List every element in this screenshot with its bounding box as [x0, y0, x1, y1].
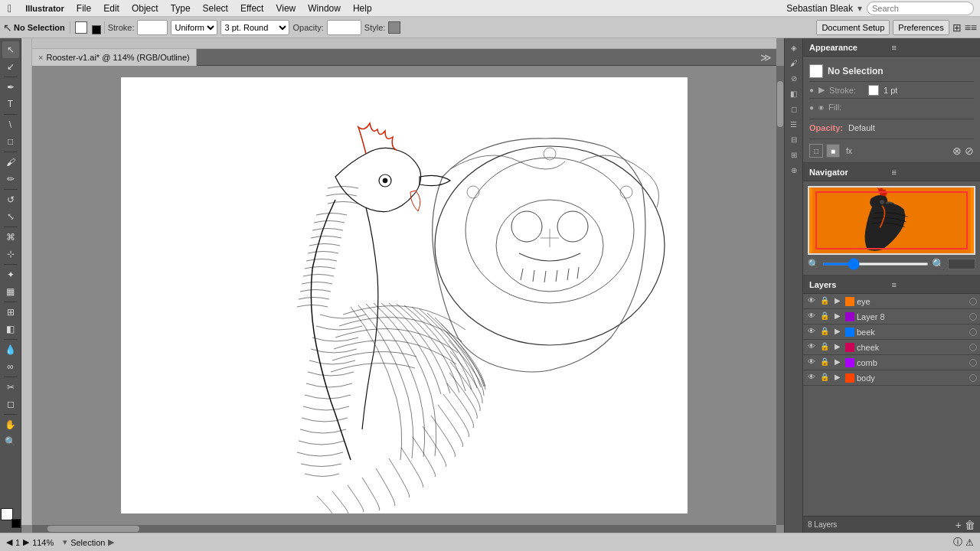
layer-target-cheek[interactable]: [969, 344, 977, 351]
layer-expand-cheek[interactable]: ▶: [832, 342, 843, 353]
appearance-stroke-visibility-icon[interactable]: ●: [809, 86, 814, 94]
pen-tool[interactable]: ✒: [2, 79, 19, 96]
layer-target-body[interactable]: [969, 374, 977, 382]
layer-expand-beek[interactable]: ▶: [832, 327, 843, 337]
selection-tool[interactable]: ↖: [2, 41, 19, 58]
search-input[interactable]: [867, 2, 974, 15]
layer-target-layer8[interactable]: [969, 313, 977, 321]
layer-target-beek[interactable]: [969, 328, 977, 336]
rail-pathfinder-icon[interactable]: ⊕: [787, 164, 801, 178]
layer-eye-comb[interactable]: 👁: [806, 357, 817, 368]
layer-lock-cheek[interactable]: 🔒: [819, 342, 830, 353]
layer-lock-comb[interactable]: 🔒: [819, 357, 830, 368]
canvas-tab-active[interactable]: × Rooster-v1.ai* @ 114% (RGB/Outline): [32, 49, 197, 66]
status-artboard-nav-prev[interactable]: ◀: [6, 537, 12, 547]
navigator-zoom-input[interactable]: 114%: [948, 259, 975, 269]
rail-align-icon[interactable]: ⊟: [787, 133, 801, 147]
menu-window[interactable]: Window: [302, 3, 347, 14]
eyedropper-tool[interactable]: 💧: [2, 341, 19, 358]
menu-object[interactable]: Object: [126, 3, 165, 14]
layer-row-body[interactable]: 👁 🔒 ▶ body: [803, 370, 980, 386]
navigator-panel-header[interactable]: Navigator ≡: [803, 163, 980, 181]
gradient-tool[interactable]: ◧: [2, 321, 19, 337]
brush-select[interactable]: 3 pt. Round: [220, 20, 289, 35]
stroke-color[interactable]: [11, 519, 21, 528]
rail-stroke-icon[interactable]: ⊘: [787, 72, 801, 86]
stroke-value-input[interactable]: 1 pt: [137, 20, 168, 35]
appearance-new-fill-icon[interactable]: ■: [826, 144, 840, 158]
scale-tool[interactable]: ⤡: [2, 208, 19, 225]
direct-selection-tool[interactable]: ↙: [2, 58, 19, 75]
status-artboard-nav-next[interactable]: ▶: [23, 537, 29, 547]
rail-appearance-icon[interactable]: ☰: [787, 118, 801, 132]
layer-eye-body[interactable]: 👁: [806, 373, 817, 383]
layer-expand-layer8[interactable]: ▶: [832, 311, 843, 322]
free-transform-tool[interactable]: ⊹: [2, 246, 19, 262]
rail-transparency-icon[interactable]: ◻: [787, 103, 801, 116]
layers-panel-header[interactable]: Layers ≡: [803, 276, 980, 294]
layer-row-comb[interactable]: 👁 🔒 ▶ comb: [803, 355, 980, 370]
symbol-sprayer-tool[interactable]: ✦: [2, 266, 19, 283]
layer-target-eye[interactable]: [969, 298, 977, 305]
layer-row-cheek[interactable]: 👁 🔒 ▶ cheek: [803, 340, 980, 355]
appearance-fill-expand-icon[interactable]: ◉: [818, 104, 824, 111]
layer-expand-body[interactable]: ▶: [832, 373, 843, 383]
menu-view[interactable]: View: [270, 3, 302, 14]
stroke-profile-select[interactable]: Uniform: [171, 20, 217, 35]
layer-lock-layer8[interactable]: 🔒: [819, 311, 830, 322]
fill-color-swatch[interactable]: [75, 21, 87, 34]
layer-eye-cheek[interactable]: 👁: [806, 342, 817, 353]
navigator-zoom-in-icon[interactable]: 🔍: [932, 258, 945, 270]
paintbrush-tool[interactable]: 🖌: [2, 154, 19, 171]
layers-panel-menu-icon[interactable]: ≡: [892, 280, 975, 289]
zoom-tool[interactable]: 🔍: [2, 433, 19, 450]
appearance-fill-visibility-icon[interactable]: ●: [809, 103, 814, 112]
rail-transform-icon[interactable]: ⊞: [787, 148, 801, 162]
layer-eye-layer8[interactable]: 👁: [806, 311, 817, 322]
scissors-tool[interactable]: ✂: [2, 379, 19, 396]
type-tool[interactable]: T: [2, 96, 19, 112]
menu-select[interactable]: Select: [197, 3, 234, 14]
preferences-button[interactable]: Preferences: [893, 20, 949, 35]
layer-eye-eye[interactable]: 👁: [806, 296, 817, 307]
appearance-options-icon[interactable]: ⊘: [965, 145, 974, 157]
scroll-thumb-vertical[interactable]: [777, 81, 783, 127]
canvas-content[interactable]: [32, 66, 776, 525]
status-icons-warning[interactable]: ⚠: [965, 537, 974, 548]
rail-color-icon[interactable]: ◈: [787, 41, 801, 55]
status-icons-info[interactable]: ⓘ: [953, 536, 962, 549]
layer-expand-eye[interactable]: ▶: [832, 296, 843, 307]
layers-new-layer-icon[interactable]: +: [956, 519, 962, 531]
appearance-delete-icon[interactable]: ⊗: [952, 145, 962, 157]
arrange-panels-icon[interactable]: ≫: [756, 51, 776, 64]
scroll-thumb-horizontal[interactable]: [47, 526, 139, 532]
menu-edit[interactable]: Edit: [97, 3, 126, 14]
navigator-zoom-slider[interactable]: [822, 262, 929, 266]
appearance-new-stroke-icon[interactable]: □: [809, 144, 823, 158]
tab-close-button[interactable]: ×: [38, 49, 43, 66]
appearance-panel-header[interactable]: Appearance ≡: [803, 38, 980, 57]
layer-eye-beek[interactable]: 👁: [806, 327, 817, 337]
document-setup-button[interactable]: Document Setup: [816, 20, 890, 35]
canvas-scrollbar-vertical[interactable]: [776, 66, 784, 525]
blend-tool[interactable]: ∞: [2, 358, 19, 375]
layers-delete-layer-icon[interactable]: 🗑: [965, 519, 975, 531]
layer-row-layer8[interactable]: 👁 🔒 ▶ Layer 8: [803, 309, 980, 324]
hand-tool[interactable]: ✋: [2, 416, 19, 433]
line-tool[interactable]: \: [2, 116, 19, 133]
appearance-stroke-expand-icon[interactable]: ▶: [818, 85, 825, 95]
navigator-zoom-out-icon[interactable]: 🔍: [808, 259, 819, 269]
appearance-stroke-swatch[interactable]: [868, 85, 879, 96]
canvas-scrollbar-horizontal[interactable]: [32, 525, 776, 533]
status-zoom-display[interactable]: 114%: [32, 538, 60, 547]
menu-help[interactable]: Help: [347, 3, 378, 14]
layer-lock-eye[interactable]: 🔒: [819, 296, 830, 307]
layer-lock-beek[interactable]: 🔒: [819, 327, 830, 337]
panel-toggle-icon[interactable]: ≡≡: [965, 21, 977, 34]
opacity-input[interactable]: 100%: [327, 20, 361, 35]
rect-tool[interactable]: □: [2, 133, 19, 150]
navigator-thumbnail[interactable]: [808, 186, 975, 255]
mesh-tool[interactable]: ⊞: [2, 304, 19, 321]
eraser-tool[interactable]: ◻: [2, 396, 19, 412]
layer-row-beek[interactable]: 👁 🔒 ▶ beek: [803, 324, 980, 340]
